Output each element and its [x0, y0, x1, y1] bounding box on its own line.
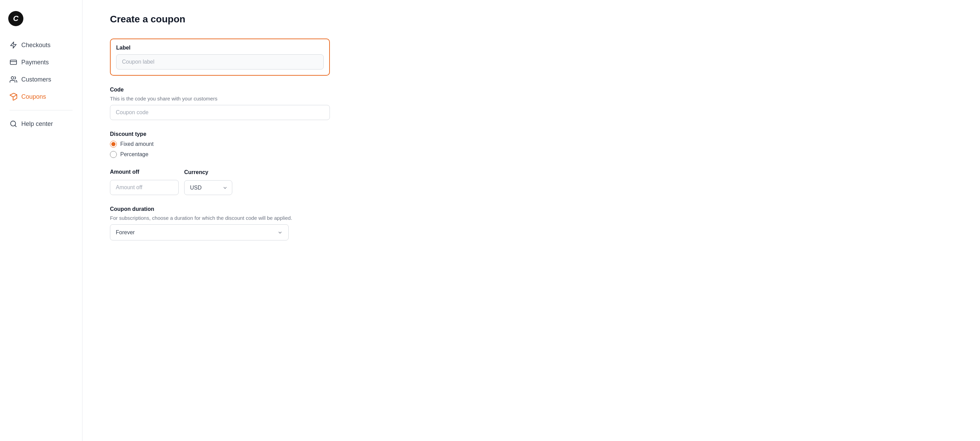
- coupon-duration-label: Coupon duration: [110, 206, 330, 212]
- main-content: Create a coupon Label Code This is the c…: [83, 0, 980, 441]
- customers-label: Customers: [21, 76, 51, 83]
- sidebar-item-help[interactable]: Help center: [4, 116, 78, 132]
- coupons-label: Coupons: [21, 93, 46, 101]
- sidebar-nav: Checkouts Payments Custome: [0, 37, 82, 132]
- discount-type-section: Discount type Fixed amount Percentage: [110, 131, 330, 158]
- label-input[interactable]: [116, 54, 324, 69]
- currency-field: Currency USD EUR GBP CAD: [184, 169, 232, 195]
- currency-label: Currency: [184, 169, 232, 176]
- amount-off-field: Amount off: [110, 169, 179, 195]
- amount-currency-section: Amount off Currency USD EUR GBP CAD: [110, 169, 330, 195]
- payments-icon: [10, 59, 17, 66]
- radio-percentage-input[interactable]: [110, 151, 117, 158]
- code-sublabel: This is the code you share with your cus…: [110, 96, 330, 101]
- label-field-title: Label: [116, 45, 324, 51]
- radio-fixed-input[interactable]: [110, 141, 117, 148]
- radio-fixed-label: Fixed amount: [120, 141, 154, 147]
- radio-option-fixed[interactable]: Fixed amount: [110, 141, 330, 148]
- sidebar-item-customers[interactable]: Customers: [4, 72, 78, 87]
- checkouts-icon: [10, 41, 17, 49]
- amount-off-label: Amount off: [110, 169, 179, 175]
- coupon-duration-sublabel: For subscriptions, choose a duration for…: [110, 215, 330, 221]
- sidebar: C Checkouts Payments: [0, 0, 83, 441]
- label-field-wrapper: Label: [110, 38, 330, 76]
- label-section: Label: [110, 38, 330, 76]
- radio-option-percentage[interactable]: Percentage: [110, 151, 330, 158]
- coupon-duration-section: Coupon duration For subscriptions, choos…: [110, 206, 330, 240]
- svg-line-5: [15, 125, 16, 126]
- code-input[interactable]: [110, 105, 330, 120]
- discount-type-radio-group: Fixed amount Percentage: [110, 141, 330, 158]
- svg-rect-1: [10, 60, 16, 65]
- sidebar-item-coupons[interactable]: Coupons: [4, 89, 78, 105]
- sidebar-item-checkouts[interactable]: Checkouts: [4, 37, 78, 53]
- payments-label: Payments: [21, 59, 49, 66]
- currency-select[interactable]: USD EUR GBP CAD: [184, 180, 232, 195]
- page-title: Create a coupon: [110, 14, 953, 25]
- logo-area: C: [0, 8, 82, 37]
- inline-fields: Amount off Currency USD EUR GBP CAD: [110, 169, 330, 195]
- amount-off-input[interactable]: [110, 180, 179, 195]
- code-section: Code This is the code you share with you…: [110, 87, 330, 120]
- app-logo: C: [8, 11, 23, 26]
- duration-select-wrapper: Forever Once Repeating: [110, 224, 289, 240]
- code-label: Code: [110, 87, 330, 93]
- nav-divider: [10, 110, 73, 110]
- svg-point-3: [11, 77, 14, 79]
- duration-select[interactable]: Forever Once Repeating: [110, 224, 289, 240]
- svg-marker-0: [11, 42, 16, 48]
- sidebar-item-payments[interactable]: Payments: [4, 54, 78, 70]
- checkouts-label: Checkouts: [21, 42, 51, 49]
- help-icon: [10, 120, 17, 128]
- discount-type-label: Discount type: [110, 131, 330, 137]
- form-container: Label Code This is the code you share wi…: [110, 38, 330, 240]
- radio-percentage-label: Percentage: [120, 151, 148, 158]
- help-label: Help center: [21, 120, 53, 128]
- customers-icon: [10, 76, 17, 83]
- coupons-icon: [10, 93, 17, 101]
